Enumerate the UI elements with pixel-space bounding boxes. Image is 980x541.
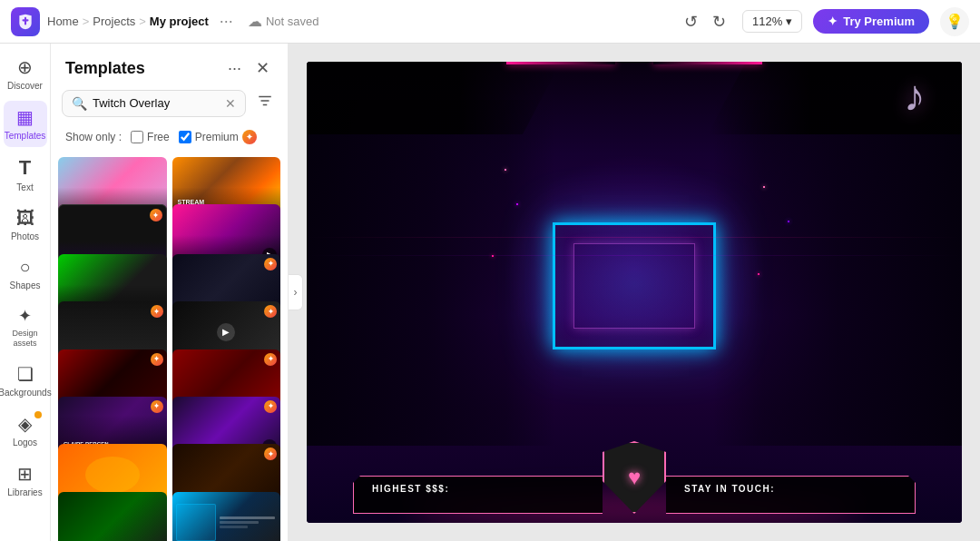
heart-icon: ♥ bbox=[628, 465, 641, 490]
premium-badge: ✦ bbox=[264, 258, 277, 270]
canvas-content[interactable]: ♪ HIGHEST $$$: bbox=[307, 62, 962, 523]
sidebar-item-text[interactable]: T Text bbox=[4, 151, 47, 199]
sidebar-item-libraries[interactable]: ⊞ Libraries bbox=[4, 457, 47, 504]
sidebar-label-design-assets: Design assets bbox=[7, 329, 44, 349]
templates-grid: Stream Starting STREAMSTARTING ✦ TOM POU bbox=[51, 153, 288, 541]
free-checkbox[interactable] bbox=[131, 131, 143, 143]
search-input[interactable] bbox=[93, 96, 220, 110]
sidebar-item-design-assets[interactable]: ✦ Design assets bbox=[4, 300, 47, 354]
chevron-down-icon: ▾ bbox=[786, 15, 792, 28]
templates-panel: Templates ··· ✕ 🔍 ✕ Show only : bbox=[51, 44, 289, 541]
discover-icon: ⊕ bbox=[17, 56, 33, 78]
pink-accent-right bbox=[653, 62, 762, 64]
backgrounds-icon: ❏ bbox=[17, 363, 34, 385]
bottom-right-value bbox=[684, 496, 687, 506]
undo-button[interactable]: ↺ bbox=[679, 8, 703, 35]
sidebar-label-photos: Photos bbox=[11, 231, 39, 242]
sidebar-label-discover: Discover bbox=[7, 81, 43, 92]
sidebar-label-logos: Logos bbox=[13, 438, 37, 448]
templates-header-actions: ··· ✕ bbox=[224, 56, 273, 80]
breadcrumb-current[interactable]: My project bbox=[150, 15, 209, 28]
neon-square bbox=[553, 222, 716, 349]
top-bar-left bbox=[307, 62, 561, 134]
show-only-row: Show only : Free Premium ✦ bbox=[51, 126, 288, 153]
sidebar-item-templates[interactable]: ▦ Templates bbox=[4, 101, 47, 147]
breadcrumb-sep2: > bbox=[139, 15, 146, 28]
text-icon: T bbox=[19, 156, 31, 180]
free-label: Free bbox=[147, 131, 170, 143]
canvas-bottom-bar: HIGHEST $$$: ♥ STAY IN TOUCH: bbox=[307, 441, 962, 523]
undo-redo-group: ↺ ↻ bbox=[679, 8, 731, 35]
more-options-icon[interactable]: ··· bbox=[220, 12, 233, 31]
sidebar-label-text: Text bbox=[16, 182, 33, 193]
sidebar-label-templates: Templates bbox=[5, 131, 46, 142]
redo-button[interactable]: ↻ bbox=[707, 8, 731, 35]
zoom-value: 112% bbox=[752, 15, 782, 28]
music-note-icon: ♪ bbox=[904, 71, 926, 121]
filter-button[interactable] bbox=[253, 89, 277, 117]
cloud-icon: ☁ bbox=[248, 13, 262, 30]
sidebar-label-shapes: Shapes bbox=[10, 280, 41, 291]
premium-checkbox-item[interactable]: Premium ✦ bbox=[179, 130, 257, 144]
sidebar-item-logos[interactable]: ◈ Logos bbox=[4, 408, 47, 454]
app-logo[interactable] bbox=[11, 7, 40, 36]
bottom-left-value bbox=[372, 496, 375, 506]
premium-checkbox[interactable] bbox=[179, 131, 191, 143]
canvas-area: › bbox=[289, 44, 980, 541]
sidebar-label-backgrounds: Backgrounds bbox=[0, 388, 52, 398]
design-assets-icon: ✦ bbox=[18, 306, 32, 326]
template-card[interactable] bbox=[172, 492, 281, 541]
canvas-background: ♪ HIGHEST $$$: bbox=[307, 62, 962, 523]
premium-badge: ✦ bbox=[151, 400, 163, 413]
libraries-icon: ⊞ bbox=[17, 463, 33, 485]
logos-icon: ◈ bbox=[18, 413, 32, 435]
search-box: 🔍 ✕ bbox=[62, 90, 246, 117]
photos-icon: 🖼 bbox=[16, 208, 34, 229]
search-clear-icon[interactable]: ✕ bbox=[225, 96, 236, 111]
premium-badge: ✦ bbox=[150, 209, 162, 221]
premium-badge: ✦ bbox=[264, 400, 277, 413]
template-card[interactable] bbox=[58, 492, 167, 541]
lightbulb-button[interactable]: 💡 bbox=[940, 7, 969, 36]
templates-more-button[interactable]: ··· bbox=[224, 57, 245, 80]
breadcrumb-home[interactable]: Home bbox=[47, 15, 79, 28]
breadcrumb-projects[interactable]: Projects bbox=[93, 15, 135, 28]
premium-badge: ✦ bbox=[151, 353, 163, 366]
show-only-label: Show only : bbox=[65, 131, 122, 143]
templates-header: Templates ··· ✕ bbox=[51, 44, 288, 89]
main-layout: ⊕ Discover ▦ Templates T Text 🖼 Photos ○… bbox=[0, 44, 980, 541]
pink-accent-left bbox=[506, 62, 615, 64]
free-checkbox-item[interactable]: Free bbox=[131, 131, 170, 143]
bottom-right-label: STAY IN TOUCH: bbox=[684, 484, 775, 494]
save-status: ☁ Not saved bbox=[248, 13, 319, 30]
sidebar-item-photos[interactable]: 🖼 Photos bbox=[4, 202, 47, 248]
icon-sidebar: ⊕ Discover ▦ Templates T Text 🖼 Photos ○… bbox=[0, 44, 51, 541]
zoom-control[interactable]: 112% ▾ bbox=[742, 10, 802, 33]
bottom-left-label: HIGHEST $$$: bbox=[372, 484, 449, 494]
save-status-label: Not saved bbox=[266, 15, 319, 28]
premium-badge: ✦ bbox=[151, 305, 163, 318]
breadcrumb: Home > Projects > My project bbox=[47, 15, 209, 28]
try-premium-label: Try Premium bbox=[843, 15, 915, 28]
premium-star-icon: ✦ bbox=[828, 15, 838, 28]
shapes-icon: ○ bbox=[19, 257, 30, 278]
premium-badge: ✦ bbox=[264, 353, 277, 366]
logos-badge bbox=[34, 411, 42, 418]
search-row: 🔍 ✕ bbox=[51, 89, 288, 126]
neon-line-1 bbox=[307, 237, 962, 238]
neon-line-2 bbox=[307, 255, 962, 256]
sidebar-label-libraries: Libraries bbox=[7, 487, 42, 498]
try-premium-button[interactable]: ✦ Try Premium bbox=[813, 9, 929, 34]
sidebar-item-discover[interactable]: ⊕ Discover bbox=[4, 51, 47, 97]
heart-shield-icon: ♥ bbox=[603, 441, 666, 514]
premium-label: Premium bbox=[195, 131, 239, 143]
bottom-right-section: STAY IN TOUCH: bbox=[666, 476, 916, 514]
sidebar-item-shapes[interactable]: ○ Shapes bbox=[4, 251, 47, 297]
sidebar-item-backgrounds[interactable]: ❏ Backgrounds bbox=[4, 358, 47, 404]
lightbulb-icon: 💡 bbox=[946, 13, 964, 30]
bottom-left-section: HIGHEST $$$: bbox=[353, 476, 603, 514]
templates-icon: ▦ bbox=[16, 106, 34, 128]
templates-close-button[interactable]: ✕ bbox=[252, 56, 273, 80]
toggle-panel-button[interactable]: › bbox=[289, 274, 303, 310]
premium-badge-icon: ✦ bbox=[242, 130, 257, 144]
